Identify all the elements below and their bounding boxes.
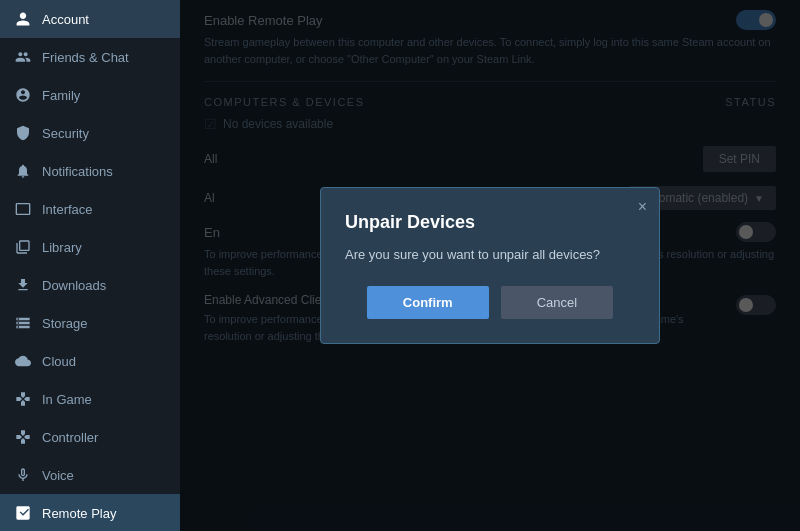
storage-icon — [14, 314, 32, 332]
sidebar-item-label: Security — [42, 126, 89, 141]
sidebar: Account Friends & Chat Family Security N… — [0, 0, 180, 531]
sidebar-item-label: Family — [42, 88, 80, 103]
sidebar-item-friends-chat[interactable]: Friends & Chat — [0, 38, 180, 76]
sidebar-item-label: Downloads — [42, 278, 106, 293]
sidebar-item-label: Interface — [42, 202, 93, 217]
ingame-icon — [14, 390, 32, 408]
sidebar-item-label: Controller — [42, 430, 98, 445]
sidebar-item-account[interactable]: Account — [0, 0, 180, 38]
sidebar-item-remote-play[interactable]: Remote Play — [0, 494, 180, 531]
shield-icon — [14, 124, 32, 142]
sidebar-item-in-game[interactable]: In Game — [0, 380, 180, 418]
sidebar-item-voice[interactable]: Voice — [0, 456, 180, 494]
sidebar-item-interface[interactable]: Interface — [0, 190, 180, 228]
sidebar-item-storage[interactable]: Storage — [0, 304, 180, 342]
notifications-icon — [14, 162, 32, 180]
sidebar-item-cloud[interactable]: Cloud — [0, 342, 180, 380]
sidebar-item-downloads[interactable]: Downloads — [0, 266, 180, 304]
remoteplay-icon — [14, 504, 32, 522]
cancel-button[interactable]: Cancel — [501, 286, 613, 319]
account-icon — [14, 10, 32, 28]
sidebar-item-label: In Game — [42, 392, 92, 407]
friends-icon — [14, 48, 32, 66]
sidebar-item-label: Storage — [42, 316, 88, 331]
sidebar-item-security[interactable]: Security — [0, 114, 180, 152]
modal-title: Unpair Devices — [345, 212, 635, 233]
cloud-icon — [14, 352, 32, 370]
sidebar-item-label: Notifications — [42, 164, 113, 179]
modal-actions: Confirm Cancel — [345, 286, 635, 319]
modal-close-button[interactable]: × — [638, 198, 647, 216]
sidebar-item-notifications[interactable]: Notifications — [0, 152, 180, 190]
sidebar-item-label: Remote Play — [42, 506, 116, 521]
sidebar-item-library[interactable]: Library — [0, 228, 180, 266]
main-content: Enable Remote Play Stream gameplay betwe… — [180, 0, 800, 531]
confirm-button[interactable]: Confirm — [367, 286, 489, 319]
modal-overlay: × Unpair Devices Are you sure you want t… — [180, 0, 800, 531]
sidebar-item-controller[interactable]: Controller — [0, 418, 180, 456]
sidebar-item-label: Voice — [42, 468, 74, 483]
sidebar-item-label: Account — [42, 12, 89, 27]
controller-icon — [14, 428, 32, 446]
sidebar-item-label: Cloud — [42, 354, 76, 369]
sidebar-item-label: Friends & Chat — [42, 50, 129, 65]
unpair-devices-modal: × Unpair Devices Are you sure you want t… — [320, 187, 660, 345]
downloads-icon — [14, 276, 32, 294]
modal-body: Are you sure you want to unpair all devi… — [345, 245, 635, 265]
library-icon — [14, 238, 32, 256]
family-icon — [14, 86, 32, 104]
sidebar-item-label: Library — [42, 240, 82, 255]
sidebar-item-family[interactable]: Family — [0, 76, 180, 114]
voice-icon — [14, 466, 32, 484]
interface-icon — [14, 200, 32, 218]
